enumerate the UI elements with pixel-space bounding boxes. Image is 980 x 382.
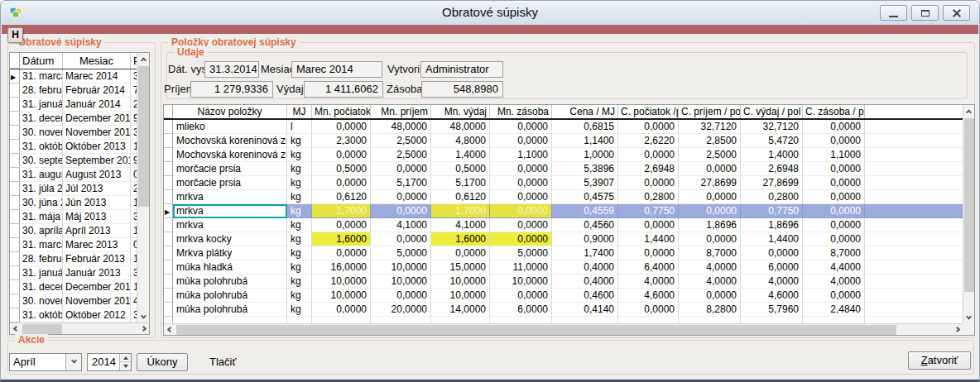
table-row[interactable]: Mrkva plátkykg0,00005,00000,00005,00001,… xyxy=(164,246,963,260)
table-row[interactable]: ▶mrkvakg1,70000,00001,70000,00000,45590,… xyxy=(164,204,963,218)
chevron-down-icon[interactable] xyxy=(65,354,81,370)
column-header-c-zasoba[interactable]: C. zásoba / po xyxy=(803,105,865,118)
item-name-cell: mrkva kocky xyxy=(173,232,287,246)
scrollbar-thumb[interactable] xyxy=(138,66,149,207)
stepper-up-icon[interactable] xyxy=(120,354,131,362)
list-item[interactable]: 31. októbra 2013Október 20131 xyxy=(10,140,137,154)
dat-vyst-field[interactable]: 31.3.2014 xyxy=(204,61,259,78)
date-cell: 31. októbra 2012 xyxy=(20,308,63,322)
left-list-horizontal-scrollbar[interactable] xyxy=(10,322,149,334)
list-item[interactable]: 28. februára 2013Február 20131 xyxy=(10,252,137,266)
table-row[interactable]: mrkvakg0,00004,10004,10000,00000,45600,0… xyxy=(164,218,963,232)
scroll-up-arrow-icon[interactable] xyxy=(137,53,149,64)
h-button[interactable]: H xyxy=(7,27,23,43)
list-item[interactable]: 31. júla 2013Júl 20132 xyxy=(10,182,137,196)
table-row[interactable]: múka polohrubákg10,000010,000010,000010,… xyxy=(164,275,963,289)
prijem-field[interactable]: 1 279,9336 xyxy=(190,81,273,98)
value-cell: 2,6948 xyxy=(618,162,679,176)
items-table-horizontal-scrollbar[interactable] xyxy=(164,323,963,335)
list-item[interactable]: 31. decembra 2013December 20139 xyxy=(10,112,137,126)
column-header-datum[interactable]: Dátum xyxy=(20,53,63,69)
column-header-c-prijem[interactable]: C. príjem / pol xyxy=(679,105,741,118)
column-header-mj[interactable]: MJ xyxy=(287,105,312,118)
close-button[interactable] xyxy=(943,5,970,21)
zatvorit-button[interactable]: Zatvoriť xyxy=(908,351,971,370)
value-cell: 0,6120 xyxy=(312,190,371,204)
value-cell: 0,6815 xyxy=(552,120,618,134)
list-item[interactable]: 30. apríla 2013Apríl 20131 xyxy=(10,224,137,238)
table-row[interactable]: Mochovská koreninová zmeskg0,00002,50001… xyxy=(164,148,963,162)
column-header-mn-pociatok[interactable]: Mn. počiatok xyxy=(312,105,371,118)
table-row[interactable]: Mochovská koreninová zmeskg2,30002,50004… xyxy=(164,134,963,148)
scroll-right-arrow-icon[interactable] xyxy=(137,323,149,334)
p-cell: 0 xyxy=(131,168,137,182)
stepper-down-icon[interactable] xyxy=(120,362,131,370)
column-header-mn-prijem[interactable]: Mn. príjem xyxy=(371,105,431,118)
vydaj-field[interactable]: 1 411,6062 xyxy=(304,81,383,98)
list-item[interactable]: 31. októbra 2012Október 20123 xyxy=(10,308,137,322)
row-selector xyxy=(164,218,173,232)
table-row[interactable]: múka polohrubákg0,000020,000014,00006,00… xyxy=(164,303,963,317)
month-select[interactable]: Apríl xyxy=(9,353,82,371)
scroll-up-arrow-icon[interactable] xyxy=(963,105,974,117)
list-item[interactable]: 30. septembra 2013September 20139 xyxy=(10,154,137,168)
month-cell: November 2012 xyxy=(63,294,131,308)
scrollbar-thumb[interactable] xyxy=(964,118,974,292)
item-name-cell: mrkva xyxy=(173,218,287,232)
table-row[interactable]: morčacie prsiakg0,50000,00000,50000,0000… xyxy=(164,162,963,176)
column-header-cena-mj[interactable]: Cena / MJ xyxy=(552,105,618,118)
list-item[interactable]: 30. novembra 2012November 20124 xyxy=(10,294,137,308)
column-header-c-pociatok[interactable]: C. počiatok /po xyxy=(618,105,679,118)
scroll-left-arrow-icon[interactable] xyxy=(164,324,175,335)
list-item[interactable]: 31. januára 2013Január 20133 xyxy=(10,266,137,280)
maximize-button[interactable] xyxy=(911,5,939,21)
column-header-c-vydaj[interactable]: C. výdaj / pol xyxy=(741,105,803,118)
list-item[interactable]: 31. decembra 2012December 20121 xyxy=(10,280,137,294)
zasoba-field[interactable]: 548,8980 xyxy=(421,81,503,98)
value-cell: 15,0000 xyxy=(431,260,490,275)
table-row[interactable]: mrkvakg0,61200,00000,61200,00000,45750,2… xyxy=(164,190,963,204)
list-item[interactable]: ▶31. marca 2014Marec 20143 xyxy=(10,69,137,84)
value-cell: 0,0000 xyxy=(312,303,371,317)
value-cell: 0,4600 xyxy=(552,289,618,303)
list-item[interactable]: 28. februára 2014Február 20147 xyxy=(10,84,137,98)
column-header-mn-zasoba[interactable]: Mn. zásoba xyxy=(490,105,552,118)
column-header-p[interactable]: P xyxy=(131,53,137,69)
mesiac-field[interactable]: Marec 2014 xyxy=(291,61,382,78)
table-row[interactable]: múka hladkákg16,000010,000015,000011,000… xyxy=(164,260,963,275)
year-stepper[interactable]: 2014 xyxy=(87,353,132,371)
value-cell: 20,0000 xyxy=(371,303,431,317)
minimize-button[interactable] xyxy=(880,5,907,21)
list-item[interactable]: 31. marca 2013Marec 20130 xyxy=(10,238,137,252)
toolbar-strip xyxy=(2,25,978,34)
list-item[interactable]: 30. novembra 2013November 20133 xyxy=(10,126,137,140)
filler-cell xyxy=(865,204,963,218)
scroll-down-arrow-icon[interactable] xyxy=(137,311,149,322)
row-selector xyxy=(10,308,20,322)
list-item[interactable]: 30. júna 2013Jún 20131 xyxy=(10,196,137,210)
month-cell: December 2013 xyxy=(63,112,131,126)
list-item[interactable]: 31. januára 2014Január 20142 xyxy=(10,98,137,112)
table-row[interactable]: morčacie prsiakg0,00005,17005,17000,0000… xyxy=(164,176,963,190)
list-item[interactable]: 31. augusta 2013August 20130 xyxy=(10,168,137,182)
column-header-nazov[interactable]: Názov položky xyxy=(173,105,287,118)
scrollbar-thumb[interactable] xyxy=(22,324,62,334)
scroll-right-arrow-icon[interactable] xyxy=(951,324,963,335)
value-cell: 2,6948 xyxy=(741,162,803,176)
scroll-down-arrow-icon[interactable] xyxy=(963,312,974,323)
ukony-button[interactable]: Úkony xyxy=(137,353,188,371)
column-header-mn-vydaj[interactable]: Mn. výdaj xyxy=(431,105,490,118)
month-cell: Jún 2013 xyxy=(63,196,131,210)
scroll-left-arrow-icon[interactable] xyxy=(10,323,22,334)
table-row[interactable]: mrkva kockykg1,60000,00001,60000,00000,9… xyxy=(164,232,963,246)
scrollbar-thumb[interactable] xyxy=(176,325,896,335)
p-cell: 1 xyxy=(131,140,137,154)
items-table-vertical-scrollbar[interactable] xyxy=(963,105,974,323)
vytvoril-field[interactable]: Administrator xyxy=(420,61,503,78)
column-header-mesiac[interactable]: Mesiac xyxy=(63,53,131,69)
left-list-vertical-scrollbar[interactable] xyxy=(137,53,149,322)
table-row[interactable]: mliekol0,000048,000048,00000,00000,68150… xyxy=(164,120,963,134)
list-item[interactable]: 31. mája 2013Máj 20133 xyxy=(10,210,137,224)
p-cell: 3 xyxy=(131,266,137,280)
table-row[interactable]: múka polohrubákg10,00000,000010,00000,00… xyxy=(164,289,963,303)
